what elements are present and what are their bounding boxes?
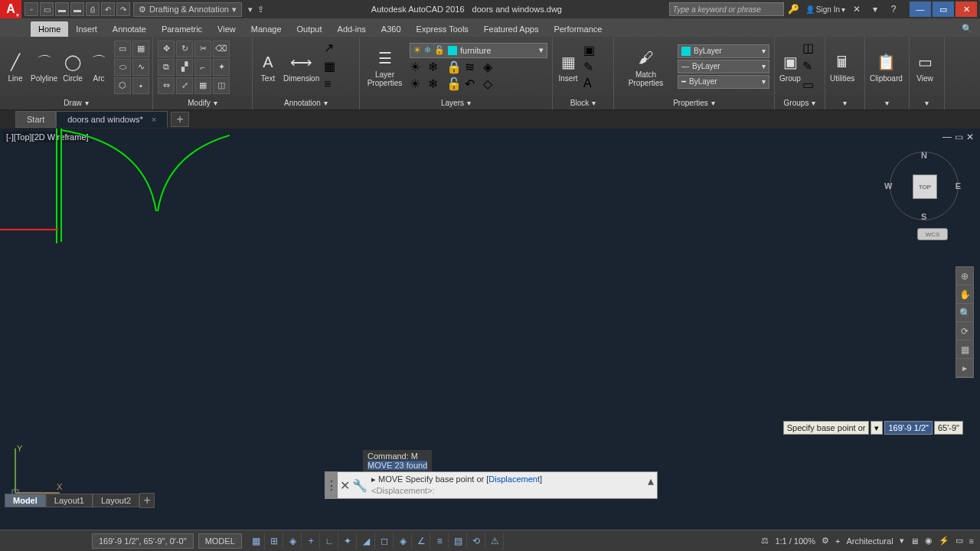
status-hardware-icon[interactable]: ⚡ <box>939 536 949 546</box>
lineweight-dropdown[interactable]: —ByLayer▾ <box>678 60 769 73</box>
point-icon[interactable]: • <box>132 77 149 94</box>
qat-saveas-icon[interactable]: ▬ <box>70 2 84 16</box>
attr-icon[interactable]: A <box>583 77 599 92</box>
command-text[interactable]: ▸ MOVE Specify base point or [Displaceme… <box>368 472 645 498</box>
stretch-icon[interactable]: ⇔ <box>158 77 175 94</box>
insert-button[interactable]: ▦Insert <box>557 51 579 83</box>
group-bbox-icon[interactable]: ▭ <box>802 77 816 94</box>
window-maximize[interactable]: ▭ <box>933 2 954 17</box>
layer-thaw-icon[interactable]: ❄ <box>428 77 445 92</box>
command-close-icon[interactable]: ✕ <box>338 472 351 498</box>
group-edit-icon[interactable]: ✎ <box>802 59 816 76</box>
qat-undo-icon[interactable]: ↶ <box>101 2 115 16</box>
layer-iso-icon[interactable]: ◈ <box>483 60 500 75</box>
share-icon[interactable]: ⇪ <box>257 5 264 15</box>
polar-toggle-icon[interactable]: ✦ <box>340 533 357 549</box>
ribbon-search-icon[interactable]: 🔍 <box>954 21 980 37</box>
exchange-icon[interactable]: ✕ <box>850 2 864 16</box>
qat-plot-icon[interactable]: ⎙ <box>86 2 100 16</box>
ortho-toggle-icon[interactable]: ∟ <box>322 533 338 549</box>
polyline-button[interactable]: ⌒Polyline <box>31 51 57 83</box>
otrack-toggle-icon[interactable]: ∠ <box>413 533 430 549</box>
explode-icon[interactable]: ✦ <box>213 59 230 76</box>
utilities-button[interactable]: 🖩Utilities <box>830 51 854 83</box>
match-properties-button[interactable]: 🖌Match Properties <box>619 47 673 87</box>
clipboard-button[interactable]: 📋Clipboard <box>870 51 903 83</box>
viewport-maximize-icon[interactable]: ▭ <box>955 132 963 142</box>
create-block-icon[interactable]: ▣ <box>583 43 599 58</box>
3dosnap-toggle-icon[interactable]: ◈ <box>395 533 412 549</box>
tab-annotate[interactable]: Annotate <box>105 21 154 37</box>
mirror-icon[interactable]: ▞ <box>176 59 193 76</box>
qat-redo-icon[interactable]: ↷ <box>116 2 130 16</box>
dyn-y-input[interactable]: 65'-9" <box>934 421 963 435</box>
layout-2[interactable]: Layout2 <box>93 494 139 507</box>
layout-1[interactable]: Layout1 <box>46 494 93 507</box>
annomonitor-toggle-icon[interactable]: ⚠ <box>487 533 504 549</box>
line-button[interactable]: ╱Line <box>5 51 26 83</box>
infocenter-icon[interactable]: 🔑 <box>787 2 801 16</box>
nav-fullnav-icon[interactable]: ⊕ <box>956 267 973 285</box>
layer-on-icon[interactable]: ☀ <box>410 77 426 92</box>
view-button[interactable]: ▭View <box>914 51 936 83</box>
dyn-options-icon[interactable]: ▾ <box>871 421 883 435</box>
transparency-toggle-icon[interactable]: ▤ <box>450 533 467 549</box>
rect-icon[interactable]: ▭ <box>114 41 131 57</box>
erase-icon[interactable]: ⌫ <box>213 41 230 57</box>
linetype-dropdown[interactable]: ━ByLayer▾ <box>678 75 769 89</box>
command-grip-icon[interactable]: ⋮ <box>325 472 338 498</box>
lw-toggle-icon[interactable]: ≡ <box>432 533 449 549</box>
qat-more-icon[interactable]: ▾ <box>248 5 253 15</box>
wcs-badge[interactable]: WCS <box>917 228 948 240</box>
command-line[interactable]: ⋮ ✕ 🔧 ▸ MOVE Specify base point or [Disp… <box>325 471 658 499</box>
hatch-icon[interactable]: ▦ <box>132 41 149 57</box>
status-cleanscreen-icon[interactable]: ▭ <box>956 536 963 546</box>
status-coords[interactable]: 169'-9 1/2", 65'-9", 0'-0" <box>92 533 194 549</box>
status-annoscale-icon[interactable]: ⚖ <box>761 536 769 546</box>
panel-draw-title[interactable]: Draw▾ <box>0 96 152 109</box>
group-button[interactable]: ▣Group <box>779 51 801 83</box>
dyninput-toggle-icon[interactable]: + <box>303 533 320 549</box>
mtext-icon[interactable]: ≡ <box>324 77 341 94</box>
ellipse-icon[interactable]: ⬭ <box>114 59 131 76</box>
layer-unlock-icon[interactable]: 🔓 <box>446 77 463 92</box>
viewport-close-icon[interactable]: ✕ <box>966 132 974 142</box>
panel-groups-title[interactable]: Groups▾ <box>775 96 825 109</box>
help-icon[interactable]: ? <box>887 2 900 16</box>
command-customize-icon[interactable]: 🔧 <box>351 472 368 498</box>
tab-insert[interactable]: Insert <box>68 21 105 37</box>
status-space[interactable]: MODEL <box>198 533 242 549</box>
workspace-dropdown[interactable]: ⚙ Drafting & Annotation ▾ <box>133 2 242 17</box>
status-units[interactable]: Architectural <box>846 536 893 546</box>
file-tab-active[interactable]: doors and windows* × <box>56 111 168 128</box>
offset-icon[interactable]: ◫ <box>213 77 230 94</box>
layout-model[interactable]: Model <box>5 494 46 507</box>
nav-pan-icon[interactable]: ✋ <box>956 285 973 304</box>
tab-view[interactable]: View <box>210 21 243 37</box>
layer-prev-icon[interactable]: ↶ <box>465 77 482 92</box>
grid-toggle-icon[interactable]: ▦ <box>248 533 265 549</box>
drawing-canvas[interactable]: [-][Top][2D Wireframe] — ▭ ✕ N S E W TOP… <box>0 129 980 530</box>
tab-addins[interactable]: Add-ins <box>330 21 374 37</box>
tab-a360[interactable]: A360 <box>374 21 409 37</box>
layer-freeze-icon[interactable]: ❄ <box>428 60 445 75</box>
status-scale[interactable]: 1:1 / 100% <box>775 536 815 546</box>
status-isolate-icon[interactable]: ◉ <box>925 536 933 546</box>
spline-icon[interactable]: ∿ <box>132 59 149 76</box>
nav-zoom-icon[interactable]: 🔍 <box>956 304 973 322</box>
tab-performance[interactable]: Performance <box>546 21 609 37</box>
layer-off-icon[interactable]: ☀ <box>410 60 426 75</box>
layer-dropdown[interactable]: ☀❄🔓 furniture ▾ <box>410 43 547 58</box>
dyn-x-input[interactable]: 169'-9 1/2" <box>884 421 933 435</box>
snap-toggle-icon[interactable]: ⊞ <box>266 533 283 549</box>
edit-block-icon[interactable]: ✎ <box>583 60 599 75</box>
panel-block-title[interactable]: Block▾ <box>553 96 613 109</box>
leader-icon[interactable]: ↗ <box>324 41 341 57</box>
osnap-toggle-icon[interactable]: ◻ <box>377 533 394 549</box>
qat-open-icon[interactable]: ▭ <box>40 2 54 16</box>
app-menu-button[interactable]: A <box>0 0 21 18</box>
dimension-button[interactable]: ⟷Dimension <box>283 51 319 83</box>
layer-properties-button[interactable]: ☰Layer Properties <box>364 47 405 87</box>
cycling-toggle-icon[interactable]: ⟲ <box>469 533 485 549</box>
array-icon[interactable]: ▦ <box>194 77 211 94</box>
